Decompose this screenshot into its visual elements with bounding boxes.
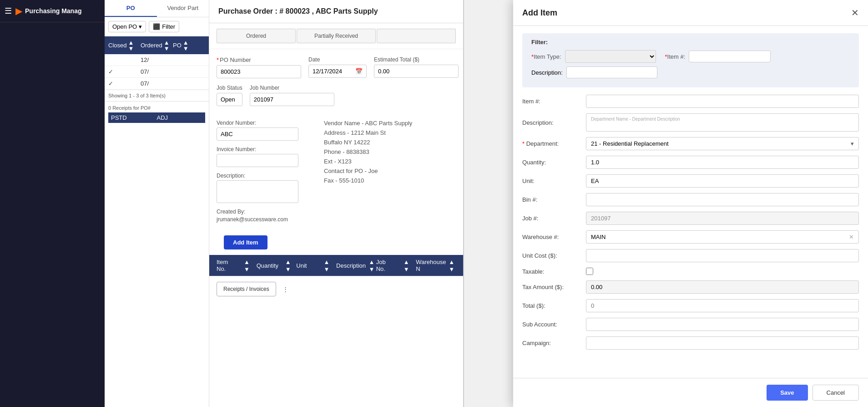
po-list-row[interactable]: 12/: [105, 54, 209, 66]
sort-icon: ▲▼: [447, 259, 456, 272]
description-field-input[interactable]: [591, 122, 854, 128]
status-third-button[interactable]: [377, 29, 456, 43]
sub-account-select[interactable]: [586, 318, 859, 331]
vendor-left: Vendor Number: Invoice Number: Descripti…: [217, 120, 317, 223]
po-detail-modal: Purchase Order : # 800023 , ABC Parts Su…: [209, 0, 464, 407]
filter-row-1: *Item Type: *Item #:: [531, 50, 850, 63]
add-item-button[interactable]: Add Item: [224, 235, 267, 249]
col-description: Description ▲▼: [336, 259, 376, 272]
campaign-select[interactable]: [586, 336, 859, 350]
more-options-button[interactable]: ⋮: [280, 282, 291, 296]
item-type-filter-group: *Item Type:: [531, 50, 656, 63]
total-label: Total ($):: [522, 302, 586, 309]
po-header-po[interactable]: PO ▲▼: [173, 39, 205, 51]
vendor-number-input[interactable]: [217, 127, 298, 141]
total-field-row: Total ($):: [522, 299, 859, 312]
department-chevron-icon: ▾: [851, 140, 854, 147]
cancel-button[interactable]: Cancel: [812, 385, 859, 401]
invoice-number-input[interactable]: [217, 154, 298, 167]
receipts-adj: ADJ: [157, 114, 203, 121]
job-input[interactable]: [586, 212, 859, 225]
vendor-fax-text: Fax - 555-1010: [324, 177, 456, 184]
sort-icon: ▲▼: [128, 39, 134, 51]
save-button[interactable]: Save: [767, 385, 807, 401]
status-ordered-button[interactable]: Ordered: [217, 29, 296, 43]
vendor-phone-text: Phone - 8838383: [324, 148, 456, 155]
po-modal-title: Purchase Order : # 800023 , ABC Parts Su…: [218, 7, 454, 15]
sort-icon: ▲▼: [367, 259, 376, 272]
open-po-chevron-icon: ▾: [139, 23, 142, 30]
unit-cost-input[interactable]: [586, 249, 859, 262]
po-number-input[interactable]: [217, 65, 301, 78]
sort-icon: ▲▼: [237, 259, 256, 272]
sort-icon: ▲▼: [317, 259, 336, 272]
item-number-label: Item #:: [522, 98, 586, 105]
unit-label: Unit:: [522, 178, 586, 184]
main-content: PO Vendor Part Open PO ▾ ⬛ Filter Closed…: [105, 0, 868, 407]
receipts-invoices-button[interactable]: Receipts / Invoices: [217, 282, 276, 296]
calendar-icon[interactable]: 📅: [355, 68, 363, 75]
sort-icon: ▲▼: [183, 39, 189, 51]
filter-section-title: Filter:: [531, 39, 850, 46]
total-input[interactable]: [586, 299, 859, 312]
vendor-contact-text: Contact for PO - Joe: [324, 168, 456, 174]
sort-icon: ▲▼: [280, 259, 296, 272]
open-po-label: Open PO: [112, 23, 137, 30]
job-number-input[interactable]: [250, 93, 334, 106]
date-input[interactable]: [313, 68, 353, 75]
warehouse-select[interactable]: MAIN ✕: [586, 230, 859, 244]
item-number-field-row: Item #:: [522, 95, 859, 108]
department-label: * Department:: [522, 140, 586, 147]
warehouse-value: MAIN: [591, 234, 606, 240]
vendor-city-text: Buffalo NY 14222: [324, 139, 456, 146]
job-status-select[interactable]: Open: [217, 93, 242, 106]
tab-po[interactable]: PO: [105, 0, 157, 17]
item-type-select[interactable]: [565, 50, 656, 63]
po-header-closed[interactable]: Closed ▲▼: [108, 39, 141, 51]
status-partially-received-button[interactable]: Partially Received: [297, 29, 376, 43]
checkmark-icon: ✓: [108, 68, 141, 75]
date-field: Date 📅: [308, 56, 367, 78]
item-number-field-input[interactable]: [586, 95, 859, 108]
warehouse-label: Warehouse #:: [522, 234, 586, 240]
vendor-address-text: Address - 1212 Main St: [324, 129, 456, 136]
open-po-select[interactable]: Open PO ▾: [108, 21, 146, 32]
menu-icon[interactable]: ☰: [5, 6, 12, 16]
description-filter-input[interactable]: [566, 66, 657, 78]
sort-icon: ▲▼: [397, 259, 416, 272]
po-header-ordered[interactable]: Ordered ▲▼: [141, 39, 173, 51]
vendor-ext-text: Ext - X123: [324, 158, 456, 165]
po-list-panel: PO Vendor Part Open PO ▾ ⬛ Filter Closed…: [105, 0, 209, 407]
sidebar-header: ☰ ▶ Purchasing Manag: [0, 0, 105, 22]
taxable-label: Taxable:: [522, 268, 586, 275]
unit-input[interactable]: [586, 174, 859, 188]
dialog-header: Add Item ✕: [513, 0, 868, 26]
job-status-field: Job Status Open: [217, 85, 242, 106]
unit-cost-label: Unit Cost ($):: [522, 252, 586, 259]
tax-amount-input[interactable]: [586, 280, 859, 294]
warehouse-clear-icon[interactable]: ✕: [849, 234, 854, 240]
created-by-value: jrumanek@successware.com: [217, 216, 317, 223]
desc-placeholder: Department Name - Department Description: [591, 117, 854, 122]
bin-input[interactable]: [586, 193, 859, 206]
description-textarea[interactable]: [217, 180, 298, 203]
sub-account-field-row: Sub Account:: [522, 318, 859, 331]
taxable-checkbox[interactable]: [586, 268, 593, 275]
department-select[interactable]: 21 - Residential Replacement ▾: [586, 137, 859, 150]
dialog-close-button[interactable]: ✕: [851, 7, 859, 18]
campaign-label: Campaign:: [522, 340, 586, 346]
po-status-bar: Ordered Partially Received: [209, 23, 463, 49]
department-field-row: * Department: 21 - Residential Replaceme…: [522, 137, 859, 150]
estimated-total-input[interactable]: [374, 65, 459, 78]
po-list-row[interactable]: ✓ 07/: [105, 78, 209, 90]
job-label: Job #:: [522, 215, 586, 222]
po-list-row[interactable]: ✓ 07/: [105, 66, 209, 78]
showing-count: Showing 1 - 3 of 3 Item(s): [105, 90, 209, 101]
bin-field-row: Bin #:: [522, 193, 859, 206]
tab-vendor-part[interactable]: Vendor Part: [157, 0, 209, 17]
filter-button[interactable]: ⬛ Filter: [149, 21, 179, 32]
description-row: Description:: [217, 173, 317, 203]
quantity-input[interactable]: [586, 156, 859, 169]
logo-arrow-icon: ▶: [15, 5, 22, 16]
item-number-filter-input[interactable]: [689, 51, 771, 62]
